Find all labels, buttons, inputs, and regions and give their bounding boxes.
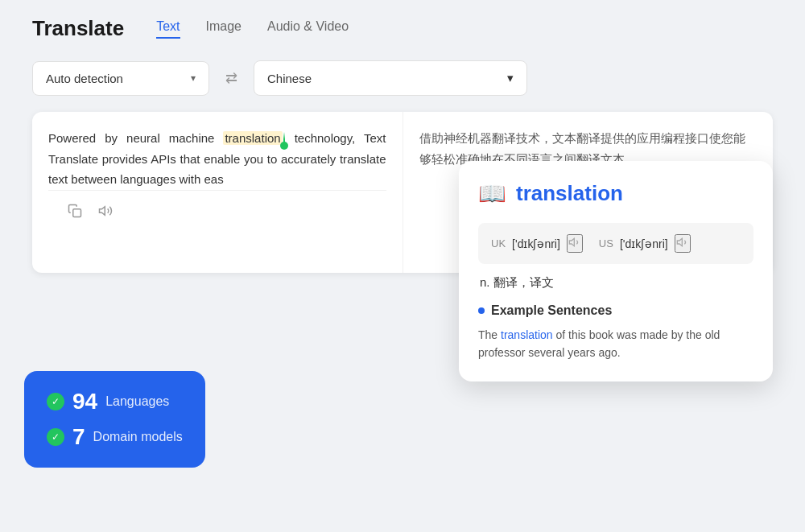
source-language-chevron: ▾: [191, 72, 196, 84]
dict-word: translation: [516, 181, 623, 206]
svg-rect-0: [73, 208, 81, 217]
app-title: Translate: [32, 16, 124, 41]
svg-marker-3: [677, 238, 682, 245]
copy-icon: [68, 204, 82, 218]
domain-models-count: 7: [72, 424, 85, 450]
svg-marker-1: [100, 206, 105, 215]
nav-tabs: Text Image Audio & Video: [156, 19, 349, 39]
stats-overlay: ✓ 94 Languages ✓ 7 Domain models: [24, 371, 205, 468]
tab-audio-video[interactable]: Audio & Video: [267, 19, 349, 39]
source-panel[interactable]: Powered by neural machine translation te…: [32, 112, 403, 273]
source-text-before: Powered by neural machine: [48, 131, 223, 145]
target-language-chevron: ▾: [507, 71, 514, 85]
source-language-select[interactable]: Auto detection ▾: [32, 61, 209, 96]
tab-text[interactable]: Text: [156, 19, 180, 39]
uk-phonetic-text: ['dɪkʃənri]: [512, 237, 560, 250]
languages-stat: ✓ 94 Languages: [47, 389, 183, 414]
uk-speaker-button[interactable]: [567, 234, 583, 253]
dictionary-popup: 📖 translation UK ['dɪkʃənri] US ['dɪkʃən…: [459, 161, 773, 381]
copy-button[interactable]: [64, 200, 85, 225]
source-language-label: Auto detection: [46, 72, 123, 85]
main-container: Translate Text Image Audio & Video Auto …: [0, 0, 805, 532]
domain-models-label: Domain models: [93, 430, 183, 444]
swap-languages-button[interactable]: ⇄: [219, 63, 244, 93]
uk-speaker-icon: [568, 236, 581, 249]
example-before: The: [478, 328, 501, 341]
tab-image[interactable]: Image: [206, 19, 242, 39]
cursor-line: [283, 132, 285, 146]
target-language-label: Chinese: [267, 72, 312, 85]
languages-check-icon: ✓: [47, 393, 64, 410]
us-phonetic-text: ['dɪkʃənri]: [620, 237, 668, 250]
languages-label: Languages: [105, 394, 169, 409]
dict-phonetics: UK ['dɪkʃənri] US ['dɪkʃənri]: [478, 223, 753, 264]
dict-header: 📖 translation: [478, 180, 753, 207]
example-word: translation: [501, 328, 553, 341]
example-title-text: Example Sentences: [491, 303, 612, 318]
example-dot: [478, 307, 485, 314]
dict-book-icon: 📖: [478, 180, 506, 207]
cursor-dot: [280, 142, 288, 150]
us-speaker-button[interactable]: [675, 234, 691, 253]
svg-marker-2: [569, 238, 574, 245]
source-speaker-icon: [98, 204, 113, 218]
dict-definition: n. 翻译，译文: [478, 275, 753, 291]
languages-count: 94: [72, 389, 97, 414]
uk-phonetic: UK ['dɪkʃənri]: [491, 234, 583, 253]
us-label: US: [599, 237, 613, 250]
us-speaker-icon: [676, 236, 689, 249]
source-text: Powered by neural machine translation te…: [48, 128, 386, 190]
header: Translate Text Image Audio & Video: [32, 16, 773, 41]
source-speaker-button[interactable]: [95, 200, 116, 225]
example-title: Example Sentences: [478, 303, 753, 318]
domain-models-check-icon: ✓: [47, 428, 64, 446]
source-panel-footer: [48, 190, 386, 234]
example-text: The translation of this book was made by…: [478, 326, 753, 362]
source-text-highlight: translation: [223, 131, 282, 145]
example-section: Example Sentences The translation of thi…: [478, 303, 753, 362]
domain-models-stat: ✓ 7 Domain models: [47, 424, 183, 450]
target-language-select[interactable]: Chinese ▾: [254, 60, 527, 96]
uk-label: UK: [491, 237, 506, 250]
language-selector-row: Auto detection ▾ ⇄ Chinese ▾: [32, 60, 773, 96]
us-phonetic: US ['dɪkʃənri]: [599, 234, 691, 253]
